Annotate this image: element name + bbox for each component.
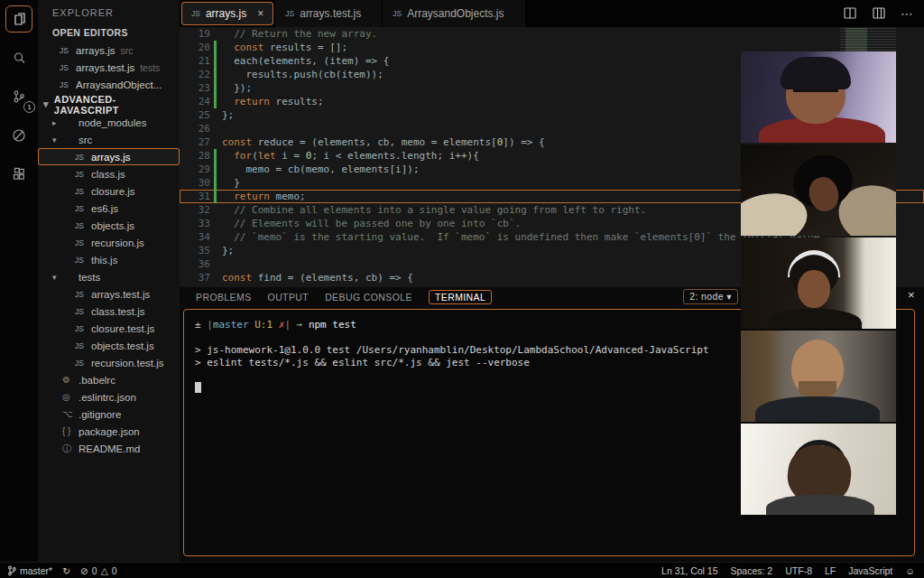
tree-item[interactable]: ▾ tests (38, 268, 180, 285)
tree-item[interactable]: ⓘ README.md (38, 440, 180, 457)
tree-item-label: recursion.js (91, 238, 144, 248)
status-item[interactable]: LF (825, 565, 836, 576)
workspace-root-label: ADVANCED-JAVASCRIPT (54, 94, 180, 116)
source-control-activity-icon[interactable]: 1 (5, 83, 32, 110)
extensions-activity-icon[interactable] (5, 161, 32, 188)
panel-tab[interactable]: DEBUG CONSOLE (325, 292, 412, 303)
code-text: each(elements, (item) => { (222, 54, 389, 68)
file-type-icon: JS (75, 153, 87, 162)
participant-shirt (755, 396, 880, 422)
sync-item[interactable]: ↻ (62, 565, 70, 576)
file-type-icon: JS (75, 307, 87, 316)
editor-tab[interactable]: JS ArraysandObjects.js (383, 0, 525, 27)
tab-label: arrays.js (206, 7, 246, 20)
explorer-activity-icon[interactable] (5, 5, 32, 33)
participant-beard (799, 381, 836, 397)
tree-item[interactable]: JS closure.js (38, 182, 180, 200)
tree-item[interactable]: JS class.test.js (38, 303, 180, 320)
explorer-sidebar: EXPLORER OPEN EDITORS JS arrays.js src J… (38, 0, 180, 562)
video-participant-3 (741, 238, 896, 329)
tree-item[interactable]: JS closure.test.js (38, 320, 180, 337)
minimap[interactable] (840, 28, 896, 51)
code-text: // Combine all elements into a single va… (222, 203, 646, 217)
tree-item[interactable]: { } package.json (38, 423, 180, 440)
code-text: }); (222, 81, 252, 95)
terminal-selector[interactable]: 2: node ▾ (683, 289, 738, 304)
tree-item-label: .eslintrc.json (79, 392, 136, 403)
file-type-icon: JS (75, 256, 87, 265)
tree-item[interactable]: ▾ src (38, 131, 180, 148)
search-activity-icon[interactable] (5, 44, 32, 71)
warning-count: 0 (112, 565, 117, 576)
line-number: 36 (180, 257, 210, 271)
change-indicator (214, 244, 217, 257)
line-number: 24 (180, 95, 210, 108)
video-call-overlay (741, 51, 896, 515)
open-editors-header[interactable]: OPEN EDITORS (38, 25, 180, 42)
status-item[interactable]: JavaScript (848, 565, 892, 576)
tree-item-label: recursion.test.js (91, 358, 164, 368)
tree-item-label: class.js (91, 169, 125, 180)
status-right-items: Ln 31, Col 15 Spaces: 2 UTF-8 LF JavaScr… (661, 565, 892, 576)
extensions-icon (11, 166, 27, 182)
tree-item[interactable]: JS recursion.test.js (38, 354, 180, 371)
workspace-root-header[interactable]: ▾ ADVANCED-JAVASCRIPT (38, 95, 180, 114)
editor-tab[interactable]: JS arrays.test.js (275, 0, 383, 27)
layout-columns-icon[interactable] (872, 6, 886, 20)
close-tab-icon[interactable]: × (257, 7, 263, 20)
split-editor-icon[interactable] (843, 6, 857, 20)
tab-label: arrays.test.js (300, 7, 361, 20)
warning-icon: △ (101, 565, 108, 576)
folder-arrow-icon: ▾ (52, 273, 62, 282)
git-branch-item[interactable]: master* (7, 565, 52, 576)
feedback-smiley-icon[interactable]: ☺ (905, 565, 915, 576)
tree-item[interactable]: JS this.js (38, 251, 180, 268)
panel-tab[interactable]: OUTPUT (268, 292, 310, 303)
chevron-down-icon: ▾ (43, 98, 54, 110)
open-editor-item[interactable]: JS arrays.test.js tests (38, 59, 180, 76)
code-text: return results; (222, 95, 324, 108)
file-type-icon: JS (75, 290, 87, 299)
tree-item[interactable]: ⚙ .babelrc (38, 371, 180, 388)
more-actions-icon[interactable]: ⋯ (901, 7, 913, 20)
change-indicator (214, 257, 217, 271)
tree-item[interactable]: JS es6.js (38, 200, 180, 217)
branch-name: master* (20, 565, 52, 576)
tree-item[interactable]: ◎ .eslintrc.json (38, 388, 180, 406)
change-indicator (214, 203, 217, 217)
status-right: Ln 31, Col 15 Spaces: 2 UTF-8 LF JavaScr… (661, 565, 924, 576)
problems-item[interactable]: ⊘ 0 △ 0 (80, 565, 117, 576)
file-type-icon: JS (75, 324, 87, 333)
status-item[interactable]: Ln 31, Col 15 (661, 565, 717, 576)
debug-activity-icon[interactable] (5, 122, 32, 149)
panel-tab[interactable]: TERMINAL (429, 290, 492, 304)
change-indicator (214, 163, 217, 176)
change-indicator (214, 176, 217, 190)
file-type-icon: ⓘ (62, 443, 74, 455)
tree-item[interactable]: JS objects.js (38, 217, 180, 234)
tree-item[interactable]: JS recursion.js (38, 234, 180, 251)
open-editor-label: ArraysandObject... (76, 79, 162, 90)
editor-tab[interactable]: JS arrays.js × (181, 2, 273, 25)
sync-icon: ↻ (62, 565, 70, 576)
open-editor-item[interactable]: JS ArraysandObject... (38, 76, 180, 93)
tree-item[interactable]: JS objects.test.js (38, 337, 180, 354)
line-number: 27 (180, 135, 210, 149)
tree-item[interactable]: ⌥ .gitignore (38, 406, 180, 423)
line-number: 34 (180, 230, 210, 244)
participant-shirt (766, 495, 874, 515)
tree-item-label: closure.js (91, 186, 135, 197)
video-participant-4 (741, 331, 896, 422)
change-indicator (214, 68, 217, 81)
open-editor-item[interactable]: JS arrays.js src (38, 42, 180, 59)
tree-item[interactable]: JS class.js (38, 165, 180, 182)
close-panel-icon[interactable]: × (908, 288, 915, 302)
tree-item[interactable]: ▸ node_modules (38, 114, 180, 131)
tree-item[interactable]: JS arrays.test.js (38, 285, 180, 303)
search-icon (11, 50, 27, 66)
code-text: const results = []; (222, 41, 347, 54)
status-item[interactable]: Spaces: 2 (731, 565, 773, 576)
status-item[interactable]: UTF-8 (785, 565, 812, 576)
tree-item[interactable]: JS arrays.js (38, 148, 180, 165)
panel-tab[interactable]: PROBLEMS (196, 292, 252, 303)
